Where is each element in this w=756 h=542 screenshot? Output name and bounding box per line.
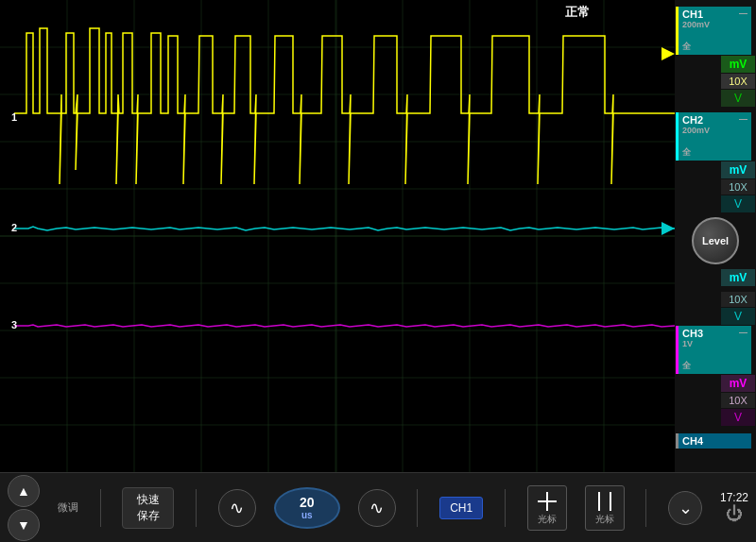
- svg-text:1: 1: [11, 111, 17, 123]
- fine-tune-label: 微调: [58, 500, 78, 515]
- divider5: [645, 489, 646, 527]
- ch3-label[interactable]: CH3— 1V 全: [676, 326, 751, 374]
- scope-display: 1 2 3 正常: [0, 0, 675, 472]
- ch4-label[interactable]: CH4: [676, 433, 751, 449]
- svg-marker-23: [662, 47, 675, 60]
- ch2-v-button2[interactable]: V: [721, 308, 755, 325]
- right-panel: CH1— 200mV 全 mV 10X V CH2— 200mV 全 mV 10…: [675, 0, 756, 472]
- divider1: [100, 489, 101, 527]
- bottom-right-area: 17:22 ⏻: [720, 491, 748, 524]
- ch2-mv-button[interactable]: mV: [721, 161, 755, 178]
- ch1-select-button[interactable]: CH1: [439, 497, 483, 519]
- time-clock: 17:22: [720, 491, 748, 504]
- cursor2-button[interactable]: 光标: [585, 485, 625, 531]
- down-arrow-button[interactable]: ▼: [8, 509, 40, 541]
- ch2-10x-button2[interactable]: 10X: [721, 292, 755, 307]
- divider4: [505, 489, 506, 527]
- ch2-label[interactable]: CH2— 200mV 全: [676, 112, 751, 161]
- time-value: 20: [300, 495, 315, 510]
- ch2-10x-button[interactable]: 10X: [721, 179, 755, 195]
- wave-icon-right[interactable]: ∿: [358, 489, 396, 527]
- svg-marker-24: [662, 222, 675, 235]
- level-mv-button[interactable]: mV: [721, 269, 755, 286]
- ch3-v-button[interactable]: V: [721, 409, 755, 426]
- time-display[interactable]: 20 us: [274, 487, 340, 529]
- fast-save-button[interactable]: 快速 保存: [122, 487, 174, 529]
- ch2-v-button[interactable]: V: [721, 195, 755, 212]
- svg-text:3: 3: [11, 319, 17, 330]
- svg-text:2: 2: [11, 222, 17, 233]
- up-arrow-button[interactable]: ▲: [8, 475, 40, 507]
- cursor1-button[interactable]: 光标: [527, 485, 567, 531]
- ch3-10x-button[interactable]: 10X: [721, 393, 755, 408]
- ch1-v-button[interactable]: V: [721, 90, 755, 107]
- ch1-10x-button[interactable]: 10X: [721, 74, 755, 89]
- divider2: [196, 489, 197, 527]
- ch3-mv-button[interactable]: mV: [721, 375, 755, 392]
- waveform-display: 1 2 3: [0, 0, 675, 472]
- menu-button[interactable]: ⌄: [668, 491, 702, 525]
- time-unit: us: [301, 510, 313, 520]
- ch1-label[interactable]: CH1— 200mV 全: [676, 7, 751, 55]
- wave-icon-left[interactable]: ∿: [218, 489, 256, 527]
- ch1-mv-button[interactable]: mV: [721, 56, 755, 73]
- divider3: [417, 489, 418, 527]
- bottom-toolbar: ▲ ▼ 微调 快速 保存 ∿ 20 us ∿ CH1 光标: [0, 472, 756, 542]
- power-icon[interactable]: ⏻: [726, 504, 743, 524]
- level-knob[interactable]: Level: [692, 217, 739, 264]
- status-badge: 正常: [565, 4, 590, 21]
